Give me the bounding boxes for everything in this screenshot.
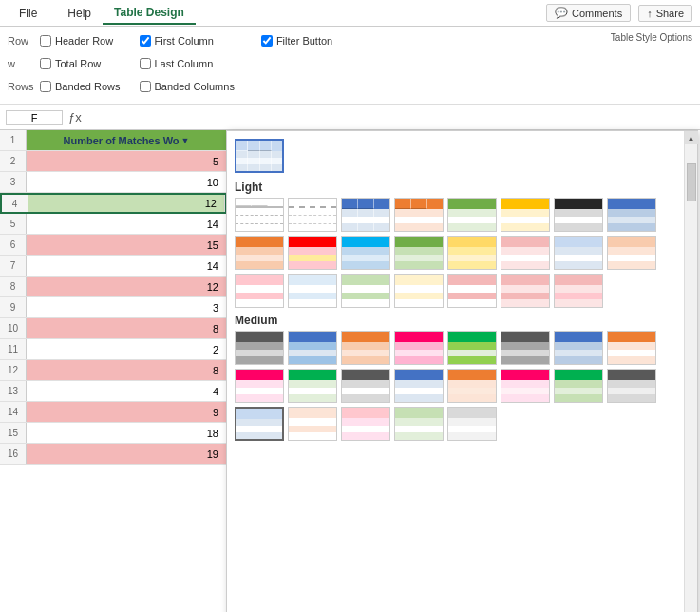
table-row[interactable]: 16 19 <box>0 444 227 465</box>
medium-style-4[interactable] <box>394 331 444 365</box>
light-style-7[interactable] <box>554 198 603 232</box>
comment-icon: 💬 <box>555 7 568 19</box>
light-section-label: Light <box>235 181 690 194</box>
filter-button-checkbox[interactable] <box>261 35 273 47</box>
table-row[interactable]: 15 18 <box>0 423 227 444</box>
filter-dropdown-icon[interactable]: ▼ <box>181 136 190 145</box>
light-style-10[interactable] <box>288 236 337 270</box>
scroll-thumb[interactable] <box>687 163 696 201</box>
scrollbar[interactable]: ▲ ▼ <box>684 131 697 612</box>
medium-style-5[interactable] <box>447 331 497 365</box>
cell[interactable]: 12 <box>27 277 227 296</box>
medium-style-11[interactable] <box>341 369 390 403</box>
light-style-16[interactable] <box>607 236 656 270</box>
light-style-2[interactable] <box>288 198 337 232</box>
cell[interactable]: 14 <box>27 214 227 234</box>
table-row[interactable]: 2 5 <box>0 151 227 172</box>
table-row[interactable]: 7 14 <box>0 256 227 277</box>
cell[interactable]: 3 <box>27 297 227 317</box>
current-style-thumb[interactable] <box>235 139 284 173</box>
cell[interactable]: 10 <box>27 172 227 192</box>
cell[interactable]: 5 <box>27 151 227 171</box>
last-column-checkbox[interactable] <box>140 58 151 69</box>
medium-style-3[interactable] <box>341 331 390 365</box>
tab-file[interactable]: File <box>8 3 48 24</box>
table-row[interactable]: 8 12 <box>0 277 227 297</box>
light-style-22[interactable] <box>501 274 550 308</box>
cell[interactable]: 4 <box>27 381 227 401</box>
light-style-3[interactable] <box>341 198 390 232</box>
scroll-up-arrow[interactable]: ▲ <box>685 131 698 144</box>
light-style-21[interactable] <box>447 274 497 308</box>
light-style-20[interactable] <box>394 274 444 308</box>
light-style-9[interactable] <box>235 236 284 270</box>
tab-help[interactable]: Help <box>56 3 103 24</box>
total-row-checkbox[interactable] <box>40 58 51 69</box>
medium-style-15[interactable] <box>554 369 603 403</box>
styles-scroll-area[interactable]: Light <box>227 131 697 612</box>
cell[interactable]: 12 <box>28 195 225 212</box>
scroll-track[interactable] <box>685 144 697 612</box>
banded-columns-checkbox[interactable] <box>140 81 151 92</box>
cell[interactable]: 2 <box>27 339 227 359</box>
medium-style-1[interactable] <box>235 331 284 365</box>
table-row[interactable]: 5 14 <box>0 214 227 235</box>
medium-style-6[interactable] <box>501 331 550 365</box>
medium-style-18[interactable] <box>288 407 337 441</box>
light-style-13[interactable] <box>447 236 497 270</box>
light-style-8[interactable] <box>607 198 656 232</box>
medium-style-7[interactable] <box>554 331 603 365</box>
light-style-15[interactable] <box>554 236 603 270</box>
last-column-label: Last Column <box>155 58 214 69</box>
light-style-23[interactable] <box>554 274 603 308</box>
row-num: 2 <box>0 151 27 171</box>
light-style-18[interactable] <box>288 274 337 308</box>
cell[interactable]: 9 <box>27 402 227 422</box>
table-row[interactable]: 3 10 <box>0 172 227 193</box>
medium-style-16[interactable] <box>607 369 656 403</box>
table-row[interactable]: 4 12 <box>0 193 227 214</box>
medium-style-21[interactable] <box>447 407 497 441</box>
cell[interactable]: 8 <box>27 360 227 380</box>
light-style-14[interactable] <box>501 236 550 270</box>
medium-style-17[interactable] <box>235 407 284 441</box>
medium-style-2[interactable] <box>288 331 337 365</box>
table-row[interactable]: 11 2 <box>0 339 227 360</box>
table-row[interactable]: 12 8 <box>0 360 227 381</box>
header-row-checkbox[interactable] <box>40 35 51 47</box>
light-style-1[interactable] <box>235 198 284 232</box>
name-box[interactable] <box>6 110 63 125</box>
comments-button[interactable]: 💬 Comments <box>546 4 631 22</box>
first-column-checkbox[interactable] <box>140 35 151 47</box>
cell[interactable]: 8 <box>27 318 227 338</box>
table-row[interactable]: 9 3 <box>0 297 227 318</box>
table-row[interactable]: 14 9 <box>0 402 227 423</box>
medium-style-13[interactable] <box>447 369 497 403</box>
light-style-19[interactable] <box>341 274 390 308</box>
light-style-5[interactable] <box>447 198 497 232</box>
table-row[interactable]: 13 4 <box>0 381 227 402</box>
banded-rows-label: Banded Rows <box>55 81 121 92</box>
cell[interactable]: 19 <box>27 444 227 464</box>
medium-style-8[interactable] <box>607 331 656 365</box>
medium-style-14[interactable] <box>501 369 550 403</box>
light-style-11[interactable] <box>341 236 390 270</box>
medium-style-10[interactable] <box>288 369 337 403</box>
table-row[interactable]: 6 15 <box>0 235 227 256</box>
light-style-17[interactable] <box>235 274 284 308</box>
share-button[interactable]: ↑ Share <box>638 5 692 22</box>
cell[interactable]: 15 <box>27 235 227 255</box>
cell[interactable]: 14 <box>27 256 227 276</box>
cell[interactable]: 18 <box>27 423 227 443</box>
banded-rows-checkbox[interactable] <box>40 81 51 92</box>
row-num: 14 <box>0 402 27 422</box>
medium-style-19[interactable] <box>341 407 390 441</box>
medium-style-12[interactable] <box>394 369 444 403</box>
tab-table-design[interactable]: Table Design <box>103 2 196 25</box>
light-style-6[interactable] <box>501 198 550 232</box>
table-row[interactable]: 10 8 <box>0 318 227 339</box>
light-style-12[interactable] <box>394 236 444 270</box>
light-style-4[interactable] <box>394 198 444 232</box>
medium-style-20[interactable] <box>394 407 444 441</box>
medium-style-9[interactable] <box>235 369 284 403</box>
